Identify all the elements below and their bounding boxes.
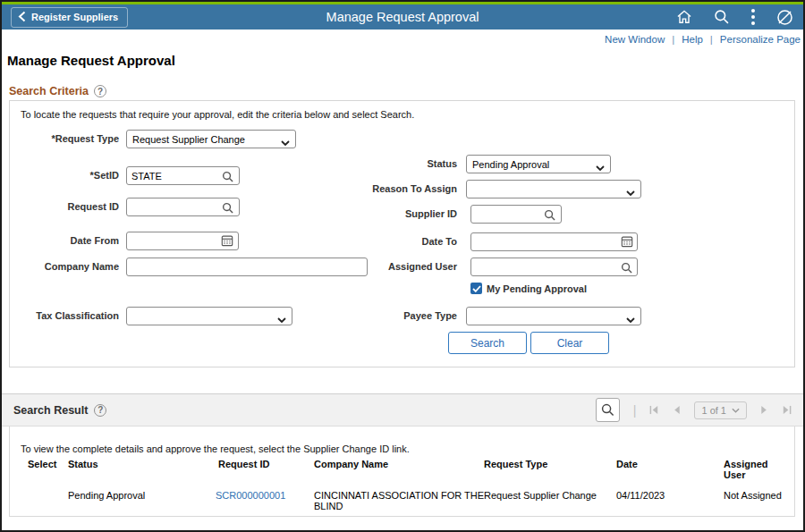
home-icon[interactable] xyxy=(675,8,693,26)
row-company-name: CINCINNATI ASSOCIATION FOR THE BLIND xyxy=(314,490,489,511)
column-header-assigned-user: Assigned User xyxy=(724,459,775,480)
status-value: Pending Approval xyxy=(472,159,549,170)
company-name-label: Company Name xyxy=(10,261,119,272)
page-action-links: New Window | Help | Personalize Page xyxy=(2,30,803,49)
date-to-calendar-icon[interactable] xyxy=(621,235,633,251)
column-header-select: Select xyxy=(28,459,56,469)
new-window-link[interactable]: New Window xyxy=(605,34,665,45)
search-criteria-panel: To locate the requests that require your… xyxy=(9,100,795,367)
column-header-company-name: Company Name xyxy=(314,459,388,469)
chevron-down-icon xyxy=(626,187,635,198)
status-select[interactable]: Pending Approval xyxy=(466,155,611,173)
supplier-id-label: Supplier ID xyxy=(341,208,457,219)
page-selector-value: 1 of 1 xyxy=(701,405,726,416)
setid-lookup-icon[interactable] xyxy=(222,170,233,186)
column-header-request-id: Request ID xyxy=(218,459,269,469)
column-header-date: Date xyxy=(616,459,638,469)
search-criteria-title: Search Criteria xyxy=(9,85,89,97)
search-icon[interactable] xyxy=(713,8,731,26)
header-actions xyxy=(675,4,794,30)
navbar-compass-icon[interactable] xyxy=(775,8,794,27)
row-request-id-link[interactable]: SCR000000001 xyxy=(216,490,285,501)
request-id-lookup-icon[interactable] xyxy=(222,201,233,217)
request-type-value: Request Supplier Change xyxy=(132,134,245,145)
row-status: Pending Approval xyxy=(68,490,145,501)
tax-classification-select[interactable] xyxy=(126,307,292,325)
back-button-label: Register Suppliers xyxy=(31,12,118,22)
page-selector[interactable]: 1 of 1 xyxy=(694,401,747,419)
help-icon[interactable] xyxy=(94,404,106,417)
date-from-calendar-icon[interactable] xyxy=(221,234,233,250)
assigned-user-input[interactable] xyxy=(470,258,638,276)
previous-page-icon[interactable] xyxy=(673,405,681,415)
page-title: Manage Request Approval xyxy=(7,53,175,68)
back-chevron-icon xyxy=(18,11,26,24)
grid-controls: | 1 of 1 xyxy=(596,398,792,422)
payee-type-select[interactable] xyxy=(466,307,641,325)
search-button[interactable]: Search xyxy=(448,332,527,354)
my-pending-approval-row: My Pending Approval xyxy=(470,283,587,294)
request-type-label: *Request Type xyxy=(10,133,119,144)
grid-search-button[interactable] xyxy=(596,398,620,422)
chevron-down-icon xyxy=(281,137,290,148)
search-criteria-heading: Search Criteria xyxy=(9,85,106,97)
chevron-down-icon xyxy=(626,314,635,325)
help-icon[interactable] xyxy=(94,85,106,97)
reason-to-assign-select[interactable] xyxy=(466,180,641,198)
assigned-user-label: Assigned User xyxy=(341,261,457,272)
clear-button[interactable]: Clear xyxy=(530,332,609,354)
criteria-instruction: To locate the requests that require your… xyxy=(21,109,414,120)
top-header-bar: Register Suppliers Manage Request Approv… xyxy=(2,4,803,30)
payee-type-label: Payee Type xyxy=(341,310,457,321)
request-id-label: Request ID xyxy=(10,201,119,212)
my-pending-approval-checkbox[interactable] xyxy=(470,283,482,294)
assigned-user-lookup-icon[interactable] xyxy=(621,261,632,277)
kebab-menu-icon[interactable] xyxy=(750,8,756,26)
first-page-icon[interactable] xyxy=(649,405,659,415)
date-to-input[interactable] xyxy=(470,232,638,251)
link-separator: | xyxy=(710,34,713,45)
date-to-label: Date To xyxy=(341,236,457,247)
request-type-select[interactable]: Request Supplier Change xyxy=(126,130,296,148)
help-link[interactable]: Help xyxy=(682,34,703,45)
chevron-down-icon xyxy=(277,314,286,325)
my-pending-approval-label: My Pending Approval xyxy=(487,283,587,294)
personalize-page-link[interactable]: Personalize Page xyxy=(720,34,801,45)
link-separator: | xyxy=(672,34,674,45)
status-label: Status xyxy=(341,158,457,169)
supplier-id-lookup-icon[interactable] xyxy=(544,208,555,224)
next-page-icon[interactable] xyxy=(760,405,768,415)
column-header-status: Status xyxy=(68,459,98,469)
column-header-request-type: Request Type xyxy=(484,459,547,469)
row-date: 04/11/2023 xyxy=(616,490,665,501)
date-from-label: Date From xyxy=(10,235,119,246)
company-name-input[interactable] xyxy=(126,258,368,276)
result-instruction: To view the complete details and approve… xyxy=(21,443,410,454)
tax-classification-label: Tax Classification xyxy=(10,310,119,321)
last-page-icon[interactable] xyxy=(782,405,792,415)
search-result-panel: To view the complete details and approve… xyxy=(9,426,795,517)
search-result-title: Search Result xyxy=(13,404,88,417)
setid-label: *SetID xyxy=(10,170,119,181)
reason-to-assign-label: Reason To Assign xyxy=(341,183,457,194)
application-window: Register Suppliers Manage Request Approv… xyxy=(0,0,805,532)
chevron-down-icon xyxy=(596,162,605,173)
search-result-header-bar: Search Result | 1 of 1 xyxy=(2,393,803,426)
back-button-register-suppliers[interactable]: Register Suppliers xyxy=(11,7,128,28)
row-request-type: Request Supplier Change xyxy=(484,490,597,501)
row-assigned-user: Not Assigned xyxy=(724,490,782,501)
pagination-separator: | xyxy=(633,403,637,418)
